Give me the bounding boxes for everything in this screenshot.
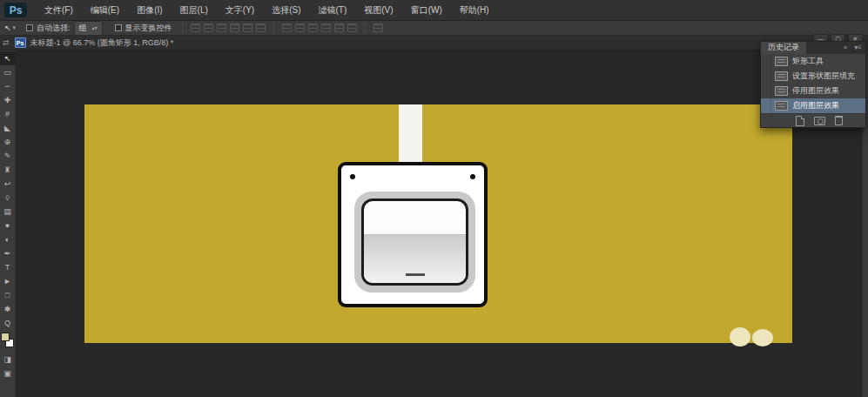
align-bottom-edges-icon[interactable] — [217, 24, 226, 32]
marquee-tool[interactable]: ▭ — [0, 65, 16, 79]
distribute-left-edges-icon[interactable] — [321, 24, 331, 32]
history-state-label: 启用图层效果 — [792, 100, 839, 111]
crop-tool[interactable]: # — [0, 107, 16, 121]
healing-brush-tool[interactable]: ⊕ — [0, 135, 16, 149]
history-brush-tool[interactable]: ↩ — [0, 177, 16, 191]
pen-tool[interactable]: ✒ — [0, 246, 16, 260]
decor-blob — [752, 329, 773, 347]
light-switch-plate — [338, 162, 488, 307]
switch-conduit-shape — [399, 104, 422, 165]
history-state-label: 停用图层效果 — [792, 85, 839, 97]
show-transform-checkbox[interactable] — [115, 24, 122, 31]
distribute-right-edges-icon[interactable] — [347, 24, 357, 32]
dodge-tool[interactable]: ◐ — [0, 232, 16, 246]
history-panel: 历史记录 » ▾≡ 矩形工具 设置形状图层填充 停用图层效果 启用图层效果 — [760, 41, 866, 128]
history-state-row[interactable]: 矩形工具 — [761, 54, 865, 69]
history-state-icon — [775, 86, 788, 96]
history-state-icon — [775, 101, 788, 111]
quick-mask-button[interactable]: ◨ — [0, 353, 16, 367]
collapse-panel-icon[interactable]: » — [840, 42, 851, 54]
distribute-vertical-centers-icon[interactable] — [295, 24, 305, 32]
distribute-horizontal-centers-icon[interactable] — [334, 24, 344, 32]
options-separator — [182, 23, 183, 33]
color-swatches[interactable] — [0, 332, 16, 353]
new-document-from-state-icon[interactable] — [796, 116, 804, 126]
history-state-row[interactable]: 设置形状图层填充 — [761, 69, 865, 84]
document-canvas[interactable] — [16, 50, 868, 397]
menu-help[interactable]: 帮助(H) — [451, 0, 498, 21]
screw-right — [470, 174, 475, 179]
history-panel-header: 历史记录 » ▾≡ — [761, 42, 865, 54]
auto-select-label: 自动选择: — [37, 23, 71, 34]
menu-edit[interactable]: 编辑(E) — [82, 0, 128, 21]
gradient-tool[interactable]: ▤ — [0, 205, 16, 219]
align-horizontal-centers-icon[interactable] — [243, 24, 252, 32]
history-brush-source-cell[interactable] — [761, 69, 771, 84]
menu-view[interactable]: 视图(V) — [355, 0, 401, 21]
history-brush-source-cell[interactable] — [761, 54, 771, 69]
menu-bar: Ps 文件(F) 编辑(E) 图像(I) 图层(L) 文字(Y) 选择(S) 滤… — [0, 0, 868, 21]
switch-recess — [354, 192, 475, 293]
brush-tool[interactable]: ✎ — [0, 149, 16, 163]
decor-blob — [730, 327, 750, 347]
move-tool-icon: ↖ — [4, 24, 11, 32]
align-top-edges-icon[interactable] — [191, 24, 200, 32]
history-state-label: 设置形状图层填充 — [792, 71, 855, 82]
path-selection-tool[interactable]: ► — [0, 274, 16, 288]
history-state-label: 矩形工具 — [792, 56, 824, 67]
delete-state-icon[interactable] — [835, 116, 843, 125]
blur-tool[interactable]: ● — [0, 219, 16, 232]
quick-selection-tool[interactable]: ✚ — [0, 93, 16, 107]
options-separator — [273, 23, 274, 33]
menu-layer[interactable]: 图层(L) — [172, 0, 217, 21]
menu-file[interactable]: 文件(F) — [36, 0, 82, 21]
document-tab-bar: ⇄ Ps 未标题-1 @ 66.7% (圆角矩形 1, RGB/8) * — ▢… — [0, 36, 868, 50]
photoshop-logo: Ps — [4, 3, 27, 17]
auto-align-layers-icon[interactable] — [373, 24, 383, 32]
screen-mode-button[interactable]: ▣ — [0, 367, 16, 380]
tool-preset-caret-icon[interactable]: ▾ — [13, 24, 17, 31]
dock-toggle-icon[interactable]: ⇄ — [3, 38, 10, 47]
distribute-top-edges-icon[interactable] — [282, 24, 292, 32]
history-brush-source-cell[interactable] — [761, 98, 771, 113]
auto-select-dropdown[interactable]: 组 ▴▾ — [74, 21, 103, 36]
shape-tool[interactable]: □ — [0, 288, 16, 302]
clone-stamp-tool[interactable]: ♜ — [0, 163, 16, 177]
history-state-row[interactable]: 停用图层效果 — [761, 84, 865, 98]
history-panel-footer — [761, 113, 865, 127]
new-snapshot-icon[interactable] — [814, 117, 825, 125]
tool-options-bar: ↖ ▾ 自动选择: 组 ▴▾ 显示变换控件 — [0, 21, 868, 36]
auto-select-checkbox[interactable] — [26, 24, 33, 31]
menu-filter[interactable]: 滤镜(T) — [310, 0, 356, 21]
switch-grip-dash — [406, 273, 425, 276]
history-state-row-selected[interactable]: 启用图层效果 — [761, 98, 865, 113]
menu-type[interactable]: 文字(Y) — [217, 0, 263, 21]
show-transform-label: 显示变换控件 — [125, 23, 172, 34]
history-brush-source-cell[interactable] — [761, 84, 771, 98]
menu-select[interactable]: 选择(S) — [263, 0, 309, 21]
artboard-yellow-background — [84, 104, 792, 343]
options-separator — [365, 23, 366, 33]
align-right-edges-icon[interactable] — [256, 24, 266, 32]
screw-left — [350, 174, 355, 179]
zoom-tool[interactable]: Q — [0, 316, 16, 330]
menu-window[interactable]: 窗口(W) — [402, 0, 451, 21]
align-vertical-centers-icon[interactable] — [204, 24, 213, 32]
dropdown-arrows-icon: ▴▾ — [92, 25, 98, 30]
photoshop-window: Ps 文件(F) 编辑(E) 图像(I) 图层(L) 文字(Y) 选择(S) 滤… — [0, 0, 868, 397]
eyedropper-tool[interactable]: ◣ — [0, 121, 16, 135]
type-tool[interactable]: T — [0, 260, 16, 274]
align-left-edges-icon[interactable] — [230, 24, 239, 32]
distribute-bottom-edges-icon[interactable] — [308, 24, 318, 32]
lasso-tool[interactable]: ∽ — [0, 79, 16, 93]
document-title[interactable]: 未标题-1 @ 66.7% (圆角矩形 1, RGB/8) * — [30, 37, 174, 49]
history-state-icon — [775, 57, 788, 66]
hand-tool[interactable]: ✱ — [0, 302, 16, 316]
history-panel-tab[interactable]: 历史记录 — [761, 42, 806, 54]
tools-panel: ↖ ▭ ∽ ✚ # ◣ ⊕ ✎ ♜ ↩ ◊ ▤ ● ◐ ✒ T ► □ ✱ Q … — [0, 50, 16, 397]
move-tool[interactable]: ↖ — [0, 51, 16, 65]
foreground-color-swatch[interactable] — [1, 333, 10, 341]
panel-menu-icon[interactable]: ▾≡ — [851, 42, 865, 54]
menu-image[interactable]: 图像(I) — [128, 0, 171, 21]
eraser-tool[interactable]: ◊ — [0, 191, 16, 205]
